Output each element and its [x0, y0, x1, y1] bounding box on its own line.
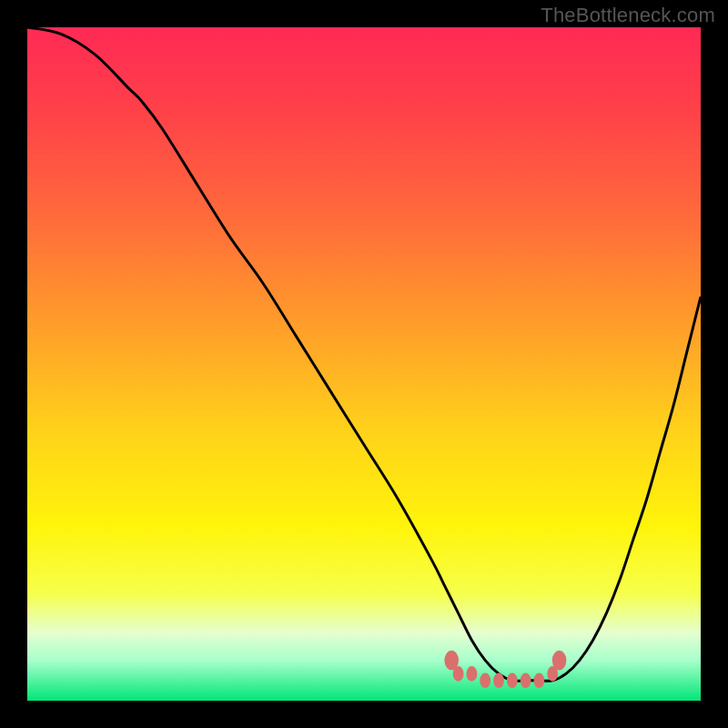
highlight-dot [521, 673, 531, 689]
watermark-text: TheBottleneck.com [541, 4, 715, 27]
highlight-dots [27, 27, 701, 701]
highlight-dot [480, 673, 490, 689]
highlight-dot [493, 673, 504, 689]
highlight-dot [466, 666, 477, 682]
highlight-dot [533, 673, 544, 689]
highlight-dot [507, 673, 518, 689]
highlight-end-dot [444, 651, 459, 671]
highlight-end-dot [552, 651, 567, 671]
plot-area [27, 27, 701, 701]
chart-frame: TheBottleneck.com [0, 0, 728, 728]
